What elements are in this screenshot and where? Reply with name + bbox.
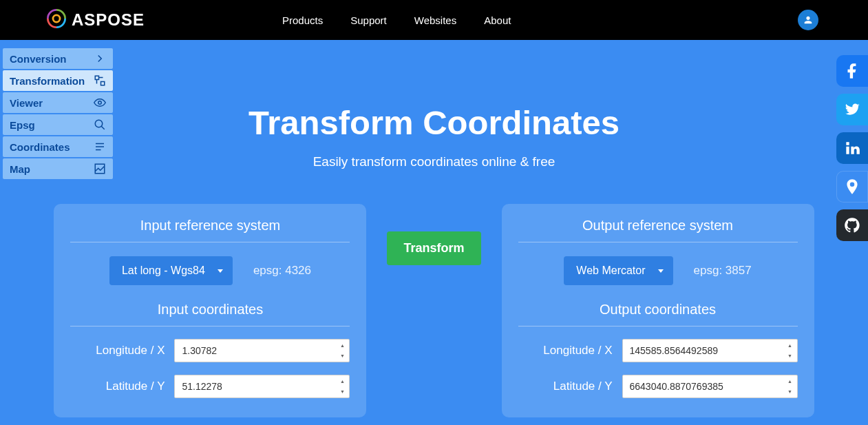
output-lon-label: Longitude / X <box>543 344 612 357</box>
side-tab-viewer[interactable]: Viewer <box>3 92 113 113</box>
side-tab-label: Transformation <box>10 75 85 87</box>
twitter-icon[interactable] <box>836 94 868 125</box>
svg-line-5 <box>101 126 105 129</box>
logo-icon <box>47 9 66 31</box>
output-epsg: epsg: 3857 <box>694 264 752 278</box>
nav: Products Support Websites About <box>282 14 511 26</box>
facebook-icon[interactable] <box>836 55 868 87</box>
transform-icon <box>94 74 106 87</box>
side-tab-label: Map <box>10 163 30 175</box>
svg-point-3 <box>98 101 102 105</box>
spinner-buttons[interactable]: ▲▼ <box>336 376 348 397</box>
side-tab-label: Viewer <box>10 97 43 109</box>
input-epsg: epsg: 4326 <box>253 264 311 278</box>
input-lat-row: Latitude / Y ▲▼ <box>70 375 350 398</box>
svg-rect-2 <box>101 82 105 85</box>
location-icon[interactable] <box>836 171 868 203</box>
output-ref-row: Web Mercator epsg: 3857 <box>518 256 798 285</box>
side-tab-transformation[interactable]: Transformation <box>3 70 113 91</box>
input-coord-title: Input coordinates <box>70 295 350 326</box>
input-lat-label: Latitude / Y <box>106 380 165 393</box>
side-tab-label: Epsg <box>10 119 35 131</box>
logo[interactable]: ASPOSE <box>47 9 145 31</box>
list-icon <box>94 141 106 153</box>
output-ref-select[interactable]: Web Mercator <box>564 256 673 285</box>
side-tab-label: Conversion <box>10 53 67 65</box>
svg-rect-9 <box>95 164 105 174</box>
input-lat-field[interactable] <box>174 375 350 398</box>
nav-support[interactable]: Support <box>350 14 387 26</box>
input-ref-row: Lat long - Wgs84 epsg: 4326 <box>70 256 350 285</box>
svg-point-4 <box>95 120 103 127</box>
logo-text: ASPOSE <box>72 10 145 30</box>
header: ASPOSE Products Support Websites About <box>0 0 868 40</box>
side-tab-conversion[interactable]: Conversion <box>3 48 113 69</box>
output-lon-field[interactable] <box>622 339 798 362</box>
input-lon-label: Longitude / X <box>96 344 165 357</box>
side-tabs: Conversion Transformation Viewer Epsg Co… <box>3 48 113 180</box>
input-ref-value: Lat long - Wgs84 <box>122 265 205 277</box>
side-tab-map[interactable]: Map <box>3 158 113 179</box>
output-lat-row: Latitude / Y ▲▼ <box>518 375 798 398</box>
chevron-right-icon <box>94 52 106 65</box>
spinner-buttons[interactable]: ▲▼ <box>336 340 348 361</box>
output-ref-value: Web Mercator <box>576 265 645 277</box>
nav-about[interactable]: About <box>484 14 511 26</box>
transform-button[interactable]: Transform <box>387 231 480 265</box>
title-block: Transform Coordinates Easily transform c… <box>0 103 868 169</box>
output-coord-title: Output coordinates <box>518 295 798 326</box>
nav-products[interactable]: Products <box>282 14 323 26</box>
output-lon-row: Longitude / X ▲▼ <box>518 339 798 362</box>
input-lon-field[interactable] <box>174 339 350 362</box>
search-icon <box>94 118 106 131</box>
page-subtitle: Easily transform coordinates online & fr… <box>0 154 868 169</box>
spinner-buttons[interactable]: ▲▼ <box>784 376 796 397</box>
side-tab-coordinates[interactable]: Coordinates <box>3 136 113 157</box>
social-bar <box>836 55 868 241</box>
svg-point-0 <box>53 15 60 22</box>
nav-websites[interactable]: Websites <box>414 14 456 26</box>
output-ref-title: Output reference system <box>518 218 798 242</box>
image-icon <box>94 163 106 175</box>
page-title: Transform Coordinates <box>0 103 868 142</box>
eye-icon <box>94 96 106 109</box>
output-lat-field[interactable] <box>622 375 798 398</box>
svg-rect-1 <box>95 76 98 79</box>
side-tab-epsg[interactable]: Epsg <box>3 114 113 135</box>
side-tab-label: Coordinates <box>10 141 70 153</box>
output-lat-label: Latitude / Y <box>553 380 613 393</box>
output-panel: Output reference system Web Mercator eps… <box>502 204 814 417</box>
input-ref-title: Input reference system <box>70 218 350 242</box>
input-lon-row: Longitude / X ▲▼ <box>70 339 350 362</box>
github-icon[interactable] <box>836 209 868 241</box>
input-ref-select[interactable]: Lat long - Wgs84 <box>109 256 233 285</box>
user-icon[interactable] <box>798 10 818 30</box>
linkedin-icon[interactable] <box>836 132 868 164</box>
input-panel: Input reference system Lat long - Wgs84 … <box>54 204 366 417</box>
spinner-buttons[interactable]: ▲▼ <box>784 340 796 361</box>
panels: Input reference system Lat long - Wgs84 … <box>0 204 868 417</box>
